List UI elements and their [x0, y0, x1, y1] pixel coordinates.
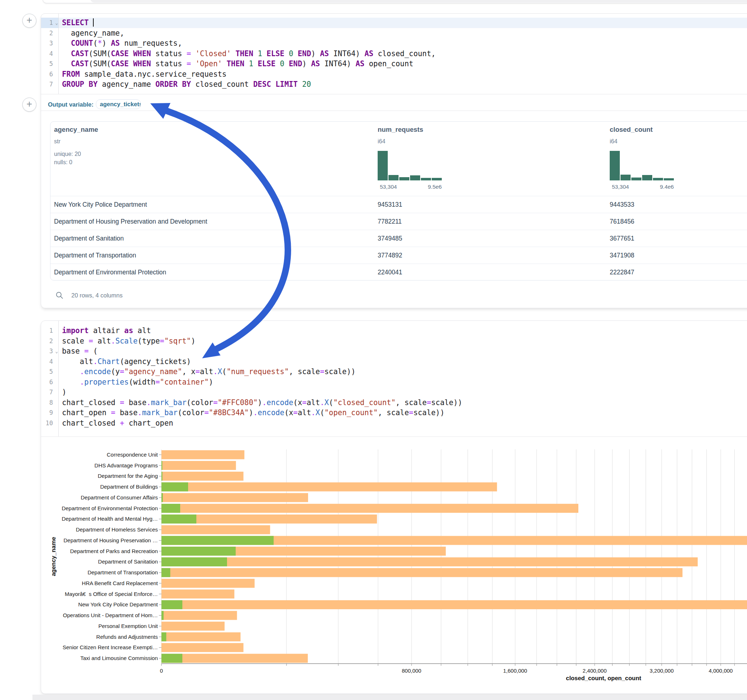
column-histogram [378, 151, 442, 180]
code-token-o: . [311, 408, 315, 417]
line-number: 6 [49, 69, 53, 80]
code-token-o: = [119, 367, 124, 376]
code-line[interactable]: CAST(SUM(CASE WHEN status = 'Open' THEN … [41, 59, 747, 69]
code-line[interactable]: chart_open = base.mark_bar(color="#8BC34… [41, 407, 747, 418]
code-token-p: X [218, 367, 222, 376]
table-row[interactable]: Department of Sanitation37494853677651 [50, 230, 747, 247]
output-variable-chip[interactable]: agency_tickets [96, 100, 141, 109]
y-axis-label: Department of Sanitation [98, 558, 158, 564]
code-line[interactable]: base = ( [41, 346, 747, 356]
code-token-n: 1 [258, 49, 262, 58]
line-number-cell: 6 [41, 377, 58, 388]
code-token-k: ELSE [267, 49, 284, 58]
fold-chevron-icon[interactable]: ⌄ [55, 18, 58, 29]
code-token-o: . [253, 408, 258, 417]
code-token: scale)) [431, 398, 462, 407]
table-row[interactable]: Department of Environmental Protection22… [50, 264, 747, 281]
y-axis-label: Taxi and Limousine Commission [80, 655, 158, 661]
code-token: ) [302, 59, 312, 68]
histogram-bar [620, 175, 631, 180]
code-line[interactable]: scale = alt.Scale(type="sqrt") [41, 336, 747, 346]
x-axis-label: 0 [160, 668, 163, 674]
code-line[interactable]: .properties(width="container") [41, 377, 747, 388]
altair-bar-chart: Correspondence UnitDHS Advantage Program… [41, 437, 747, 694]
notebook-page: { "colors": { "arrow": "#2e5ed2", "histo… [0, 0, 747, 700]
code-token-s: "sqrt" [164, 337, 191, 345]
code-token: chart_open [124, 419, 173, 427]
table-row[interactable]: New York City Police Department945313194… [50, 196, 747, 213]
line-number: 8 [49, 398, 53, 408]
line-number-cell: 3⌄ [41, 346, 58, 356]
column-name: agency_name [54, 126, 98, 134]
code-line[interactable]: FROM sample_data.nyc.service_requests [41, 69, 747, 80]
line-number-cell: 7 [41, 387, 58, 398]
y-axis-label: Department of Health and Mental Hyg… [62, 516, 158, 522]
code-line[interactable]: ) [41, 387, 747, 398]
add-cell-button-top[interactable]: + [22, 14, 36, 28]
bar-closed-19 [162, 654, 308, 663]
code-line[interactable]: CAST(SUM(CASE WHEN status = 'Closed' THE… [41, 48, 747, 59]
code-token [276, 59, 280, 68]
histogram-bar [378, 151, 388, 180]
code-token: (SUM( [89, 49, 111, 58]
line-number-cell: 9 [41, 407, 58, 418]
code-token: (width [129, 378, 155, 386]
python-code: import altair as altscale = alt.Scale(ty… [41, 326, 747, 428]
code-token-p: X [324, 398, 329, 407]
bar-closed-10 [162, 557, 698, 566]
bar-open-6 [162, 514, 197, 523]
code-line[interactable]: alt.Chart(agency_tickets) [41, 356, 747, 367]
x-axis-label: 4,000,000 [709, 668, 733, 674]
search-icon[interactable] [56, 291, 64, 299]
table-cell: 2240041 [378, 264, 402, 281]
python-editor[interactable]: 123⌄45678910 import altair as altscale =… [41, 321, 747, 436]
code-token-p: Scale [115, 337, 138, 345]
code-line[interactable]: import altair as alt [41, 326, 747, 336]
add-cell-button-middle[interactable]: + [22, 98, 36, 112]
table-cell: Department of Sanitation [54, 230, 124, 247]
code-line[interactable]: SELECT [41, 18, 747, 28]
table-cell: 7618456 [610, 213, 634, 230]
bar-open-4 [162, 493, 163, 502]
table-row[interactable]: Department of Transportation377489234719… [50, 247, 747, 264]
row-count-label: 20 rows, 4 columns [71, 291, 122, 300]
line-number-cell: 8 [41, 398, 58, 408]
code-token: ) [311, 49, 320, 58]
bar-open-5 [162, 504, 180, 513]
code-token: closed_count [191, 80, 253, 89]
code-token-s: 'Open' [195, 59, 222, 68]
code-token: ) [249, 408, 253, 417]
y-axis-label: Personal Exemption Unit [98, 623, 158, 629]
table-cell: Department of Housing Preservation and D… [54, 213, 207, 230]
code-token: (x [284, 408, 293, 417]
code-token: scale [62, 337, 89, 345]
table-cell: 3471908 [610, 247, 634, 264]
next-cell-band [32, 695, 747, 700]
sql-editor[interactable]: 1⌄234567 SELECT agency_name, COUNT(*) AS… [41, 14, 747, 94]
code-line[interactable]: GROUP BY agency_name ORDER BY closed_cou… [41, 79, 747, 90]
bar-closed-0 [162, 450, 244, 459]
table-row[interactable]: Department of Housing Preservation and D… [50, 213, 747, 230]
line-number: 5 [49, 59, 53, 69]
code-line[interactable]: agency_name, [41, 28, 747, 39]
fold-chevron-icon[interactable]: ⌄ [55, 346, 58, 357]
x-axis-title: closed_count, open_count [566, 675, 641, 681]
code-line[interactable]: chart_closed + chart_open [41, 418, 747, 428]
code-token-s: "#FFC080" [218, 398, 258, 407]
code-token-s: "closed_count" [333, 398, 396, 407]
line-number: 10 [46, 418, 53, 428]
bar-open-19 [162, 654, 182, 663]
code-token [62, 49, 71, 58]
line-number: 7 [49, 387, 53, 398]
histogram-bar [653, 178, 663, 180]
code-token-o: = [160, 337, 164, 345]
code-token-o: = [111, 408, 115, 417]
y-axis-label: DHS Advantage Programs [94, 462, 158, 468]
code-token-k: DESC [253, 80, 271, 89]
code-token [253, 49, 258, 58]
code-line[interactable]: chart_closed = base.mark_bar(color="#FFC… [41, 398, 747, 408]
code-line[interactable]: .encode(y="agency_name", x=alt.X("num_re… [41, 367, 747, 377]
code-line[interactable]: COUNT(*) AS num_requests, [41, 38, 747, 48]
column-name: closed_count [610, 126, 653, 134]
code-token-p: Chart [98, 357, 120, 366]
